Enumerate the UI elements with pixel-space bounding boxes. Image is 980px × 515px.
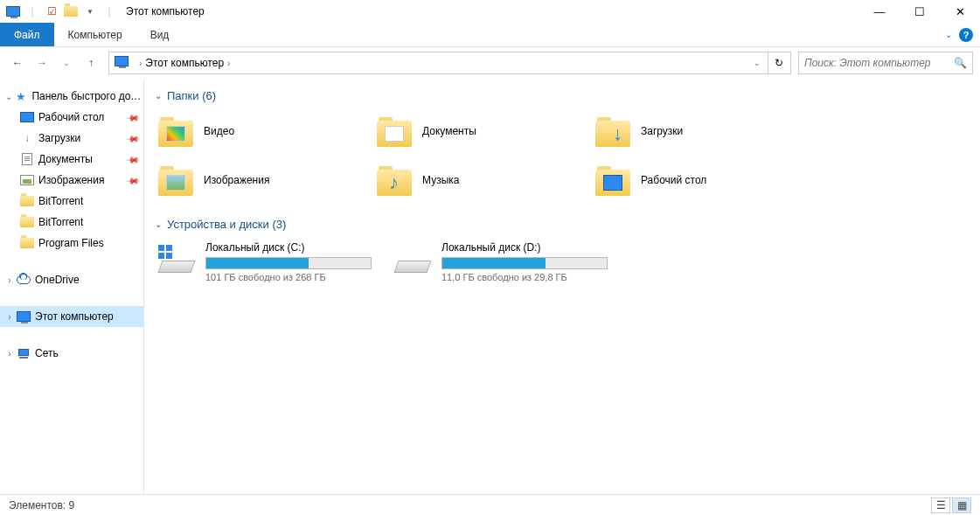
close-button[interactable]: ✕: [940, 0, 980, 23]
breadcrumb-item[interactable]: Этот компьютер: [145, 57, 224, 69]
sidebar-item-bittorrent[interactable]: BitTorrent: [0, 191, 143, 212]
pin-icon: 📌: [126, 131, 140, 145]
qat-separator2: |: [101, 3, 117, 19]
ribbon-tab-computer[interactable]: Компьютер: [54, 23, 136, 46]
pin-icon: 📌: [126, 110, 140, 124]
cloud-icon: [16, 273, 31, 287]
folder-item-downloads[interactable]: ↓ Загрузки: [592, 109, 810, 153]
address-bar[interactable]: › Этот компьютер › ⌄ ↻: [108, 52, 791, 74]
pin-icon: 📌: [126, 152, 140, 166]
app-icon[interactable]: [5, 3, 21, 19]
sidebar-item-label: Панель быстрого доступа: [31, 90, 143, 102]
sidebar-item-label: Документы: [38, 153, 93, 165]
chevron-right-icon[interactable]: ›: [3, 275, 16, 285]
group-header-drives[interactable]: ⌄ Устройства и диски (3): [155, 218, 970, 231]
drive-name: Локальный диск (D:): [441, 241, 615, 254]
folder-item-desktop[interactable]: Рабочий стол: [592, 158, 810, 202]
sidebar-item-label: OneDrive: [35, 274, 80, 286]
sidebar-quick-access[interactable]: ⌄ ★ Панель быстрого доступа: [0, 86, 143, 107]
drive-item-c[interactable]: Локальный диск (C:) 101 ГБ свободно из 2…: [155, 238, 382, 286]
up-button[interactable]: ↑: [80, 52, 101, 73]
new-folder-icon[interactable]: [63, 3, 79, 19]
chevron-right-icon[interactable]: ›: [3, 349, 16, 358]
file-tab[interactable]: Файл: [0, 23, 54, 46]
folder-item-videos[interactable]: Видео: [155, 109, 373, 153]
drive-icon: [394, 241, 431, 278]
chevron-down-icon[interactable]: ⌄: [155, 91, 162, 101]
search-icon[interactable]: 🔍: [954, 57, 967, 69]
search-input[interactable]: [804, 57, 954, 69]
drive-icon: [158, 241, 195, 278]
status-text: Элементов: 9: [9, 499, 74, 512]
sidebar-item-label: Сеть: [35, 347, 59, 359]
drive-usage-bar: [441, 257, 608, 269]
folder-item-documents[interactable]: Документы: [373, 109, 592, 153]
chevron-down-icon[interactable]: ⌄: [3, 92, 14, 101]
group-header-folders[interactable]: ⌄ Папки (6): [155, 89, 970, 102]
folder-icon: [19, 215, 35, 229]
navigation-bar: ← → ⌄ ↑ › Этот компьютер › ⌄ ↻ 🔍: [0, 47, 980, 79]
forward-button[interactable]: →: [31, 52, 52, 73]
recent-dropdown-icon[interactable]: ⌄: [56, 52, 77, 73]
minimize-button[interactable]: —: [859, 0, 900, 23]
folder-label: Рабочий стол: [641, 174, 706, 186]
ribbon-expand-icon[interactable]: ⌄: [945, 30, 952, 39]
navigation-pane: ⌄ ★ Панель быстрого доступа Рабочий стол…: [0, 79, 144, 494]
refresh-button[interactable]: ↻: [768, 52, 789, 73]
group-header-label: Папки (6): [167, 89, 216, 102]
chevron-right-icon[interactable]: ›: [3, 312, 16, 322]
folder-label: Загрузки: [641, 125, 683, 137]
sidebar-item-pictures[interactable]: Изображения 📌: [0, 170, 143, 191]
back-button[interactable]: ←: [7, 52, 28, 73]
ribbon: Файл Компьютер Вид ⌄ ?: [0, 23, 980, 47]
sidebar-item-desktop[interactable]: Рабочий стол 📌: [0, 107, 143, 128]
folders-grid: Видео Документы ↓ Загрузки Изображения ♪…: [155, 109, 970, 207]
folder-label: Музыка: [422, 174, 459, 186]
address-history-icon[interactable]: ⌄: [748, 59, 766, 67]
folder-item-pictures[interactable]: Изображения: [155, 158, 373, 202]
sidebar-network[interactable]: › Сеть: [0, 343, 143, 364]
breadcrumb-separator-icon[interactable]: ›: [136, 59, 145, 68]
music-folder-icon: ♪: [377, 163, 412, 198]
drives-grid: Локальный диск (C:) 101 ГБ свободно из 2…: [155, 238, 970, 286]
ribbon-tab-view[interactable]: Вид: [136, 23, 184, 46]
sidebar-item-label: BitTorrent: [38, 195, 83, 207]
window-title: Этот компьютер: [126, 5, 205, 17]
folder-label: Видео: [204, 125, 234, 137]
title-bar: | ☑ ▼ | Этот компьютер — ☐ ✕: [0, 0, 980, 23]
desktop-folder-icon: [595, 163, 630, 198]
folder-icon: [19, 236, 35, 250]
breadcrumb-separator-icon[interactable]: ›: [224, 59, 233, 68]
folder-label: Документы: [422, 125, 476, 137]
maximize-button[interactable]: ☐: [900, 0, 940, 23]
sidebar-item-label: Загрузки: [38, 132, 80, 144]
sidebar-item-label: BitTorrent: [38, 216, 83, 228]
help-icon[interactable]: ?: [959, 28, 973, 42]
properties-icon[interactable]: ☑: [44, 3, 59, 19]
sidebar-onedrive[interactable]: › OneDrive: [0, 269, 143, 290]
sidebar-this-pc[interactable]: › Этот компьютер: [0, 306, 143, 327]
sidebar-item-documents[interactable]: Документы 📌: [0, 149, 143, 170]
download-icon: ↓: [19, 131, 35, 145]
folder-item-music[interactable]: ♪ Музыка: [373, 158, 592, 202]
search-box[interactable]: 🔍: [798, 52, 973, 74]
view-details-button[interactable]: ☰: [931, 498, 950, 513]
quick-access-toolbar: | ☑ ▼ |: [5, 3, 117, 19]
document-icon: [19, 152, 35, 166]
pictures-folder-icon: [158, 163, 193, 198]
sidebar-item-label: Program Files: [38, 237, 104, 249]
view-large-icons-button[interactable]: ▦: [952, 498, 971, 513]
main-area: ⌄ ★ Панель быстрого доступа Рабочий стол…: [0, 79, 980, 494]
folder-icon: [19, 194, 35, 208]
drive-item-d[interactable]: Локальный диск (D:) 11,0 ГБ свободно из …: [391, 238, 618, 286]
downloads-folder-icon: ↓: [595, 114, 630, 149]
qat-dropdown-icon[interactable]: ▼: [82, 3, 98, 19]
sidebar-item-bittorrent[interactable]: BitTorrent: [0, 212, 143, 233]
qat-separator: |: [24, 3, 40, 19]
sidebar-item-downloads[interactable]: ↓ Загрузки 📌: [0, 128, 143, 149]
chevron-down-icon[interactable]: ⌄: [155, 219, 162, 229]
sidebar-item-label: Рабочий стол: [38, 111, 104, 123]
sidebar-item-program-files[interactable]: Program Files: [0, 233, 143, 254]
status-bar: Элементов: 9 ☰ ▦: [0, 494, 980, 515]
content-pane: ⌄ Папки (6) Видео Документы ↓ Загрузки И…: [144, 79, 980, 494]
